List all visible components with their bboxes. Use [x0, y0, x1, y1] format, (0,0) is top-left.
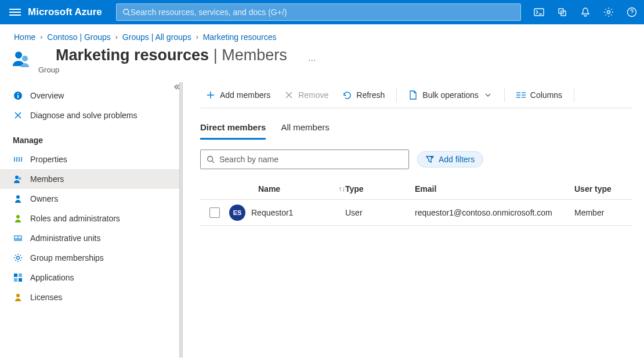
settings-icon[interactable]	[602, 6, 615, 19]
svg-point-18	[16, 195, 20, 199]
toolbar-divider	[574, 88, 574, 102]
search-icon	[207, 155, 215, 163]
toolbar-divider	[504, 88, 505, 102]
info-icon	[13, 90, 23, 101]
sidebar-item-label: Group memberships	[30, 253, 104, 262]
global-search[interactable]	[116, 3, 521, 21]
column-type[interactable]: Type	[345, 184, 415, 194]
sidebar-owners[interactable]: Owners	[0, 189, 183, 209]
sidebar-diagnose[interactable]: Diagnose and solve problems	[0, 105, 183, 125]
sidebar-item-label: Applications	[30, 273, 74, 282]
breadcrumb: Home › Contoso | Groups › Groups | All g…	[0, 24, 644, 46]
menu-icon[interactable]	[9, 9, 21, 16]
sidebar-roles[interactable]: Roles and administrators	[0, 209, 183, 228]
svg-point-23	[17, 257, 20, 260]
svg-rect-24	[14, 274, 17, 277]
filter-icon	[426, 155, 434, 163]
sidebar-group-memberships[interactable]: Group memberships	[0, 248, 183, 268]
sidebar-manage-heading: Manage	[0, 125, 183, 149]
name-search[interactable]	[200, 149, 409, 169]
tab-direct-members[interactable]: Direct members	[200, 119, 266, 140]
sidebar-properties[interactable]: Properties	[0, 149, 183, 169]
sidebar-item-label: Properties	[30, 155, 67, 164]
search-icon	[122, 8, 131, 16]
help-icon[interactable]	[625, 6, 638, 19]
svg-line-1	[128, 14, 130, 16]
top-header: Microsoft Azure	[0, 0, 644, 24]
chevron-right-icon: ›	[115, 33, 118, 41]
row-type: User	[345, 208, 415, 217]
directories-icon[interactable]	[556, 6, 569, 19]
file-icon	[408, 90, 418, 100]
row-email: requestor1@contoso.onmicrosoft.com	[415, 208, 574, 217]
svg-point-8	[22, 56, 28, 61]
tab-all-members[interactable]: All members	[281, 119, 329, 140]
avatar: ES	[229, 205, 245, 221]
licenses-icon	[13, 292, 23, 302]
properties-icon	[13, 154, 23, 165]
page-subtitle: Group	[38, 65, 299, 74]
main-content: Add members Remove Refresh Bulk operatio	[183, 82, 644, 358]
svg-rect-26	[14, 278, 17, 282]
svg-point-7	[15, 52, 22, 59]
column-usertype[interactable]: User type	[574, 184, 632, 194]
sidebar-licenses[interactable]: Licenses	[0, 287, 183, 307]
group-icon	[12, 49, 31, 68]
page-title: Marketing resources | Members	[38, 46, 299, 64]
toolbar-divider	[396, 88, 397, 102]
svg-rect-25	[19, 274, 22, 277]
breadcrumb-groups[interactable]: Groups | All groups	[122, 32, 191, 42]
svg-line-40	[212, 161, 215, 163]
row-checkbox[interactable]	[209, 207, 220, 218]
top-icon-bar	[533, 6, 638, 19]
bulk-operations-button[interactable]: Bulk operations	[403, 87, 498, 103]
more-icon[interactable]: …	[308, 53, 317, 63]
add-filters-button[interactable]: Add filters	[417, 151, 483, 167]
sort-icon: ↑↓	[338, 185, 345, 193]
svg-rect-2	[534, 9, 544, 16]
add-members-button[interactable]: Add members	[200, 87, 276, 103]
column-email[interactable]: Email	[415, 184, 574, 194]
svg-point-16	[15, 176, 19, 179]
breadcrumb-home[interactable]: Home	[14, 32, 35, 42]
svg-point-39	[208, 156, 213, 162]
sidebar-item-label: Overview	[30, 91, 64, 100]
column-name[interactable]: Name ↑↓	[229, 184, 345, 194]
sidebar: Overview Diagnose and solve problems Man…	[0, 82, 183, 358]
sidebar-admin-units[interactable]: Administrative units	[0, 228, 183, 248]
apps-icon	[13, 272, 23, 283]
roles-icon	[13, 213, 23, 224]
x-icon	[284, 90, 294, 100]
columns-icon	[516, 90, 526, 100]
gear-icon	[13, 253, 23, 263]
sidebar-item-label: Diagnose and solve problems	[30, 111, 137, 120]
sidebar-item-label: Members	[30, 174, 64, 184]
name-search-input[interactable]	[219, 155, 403, 164]
sidebar-overview[interactable]: Overview	[0, 86, 183, 105]
refresh-button[interactable]: Refresh	[337, 87, 390, 103]
sidebar-item-label: Roles and administrators	[30, 214, 120, 223]
svg-point-5	[607, 11, 610, 14]
cloud-shell-icon[interactable]	[533, 6, 545, 19]
sidebar-applications[interactable]: Applications	[0, 268, 183, 287]
sidebar-members[interactable]: Members	[0, 169, 183, 189]
page-header: Marketing resources | Members Group …	[0, 46, 644, 82]
owners-icon	[13, 194, 23, 204]
chevron-down-icon	[483, 90, 493, 100]
svg-point-19	[16, 215, 20, 218]
notifications-icon[interactable]	[579, 6, 592, 19]
svg-point-0	[124, 9, 129, 14]
svg-rect-10	[17, 95, 19, 98]
svg-rect-21	[15, 236, 17, 238]
sidebar-item-label: Licenses	[30, 293, 62, 302]
table-row[interactable]: ES Requestor1 User requestor1@contoso.on…	[200, 200, 632, 226]
global-search-input[interactable]	[131, 8, 515, 17]
sidebar-item-label: Owners	[30, 194, 58, 203]
columns-button[interactable]: Columns	[511, 87, 568, 103]
brand-label[interactable]: Microsoft Azure	[28, 6, 102, 18]
sidebar-item-label: Administrative units	[30, 234, 100, 243]
breadcrumb-current[interactable]: Marketing resources	[203, 32, 277, 42]
wrench-icon	[13, 110, 23, 121]
breadcrumb-contoso[interactable]: Contoso | Groups	[47, 32, 110, 42]
svg-point-17	[19, 177, 21, 180]
